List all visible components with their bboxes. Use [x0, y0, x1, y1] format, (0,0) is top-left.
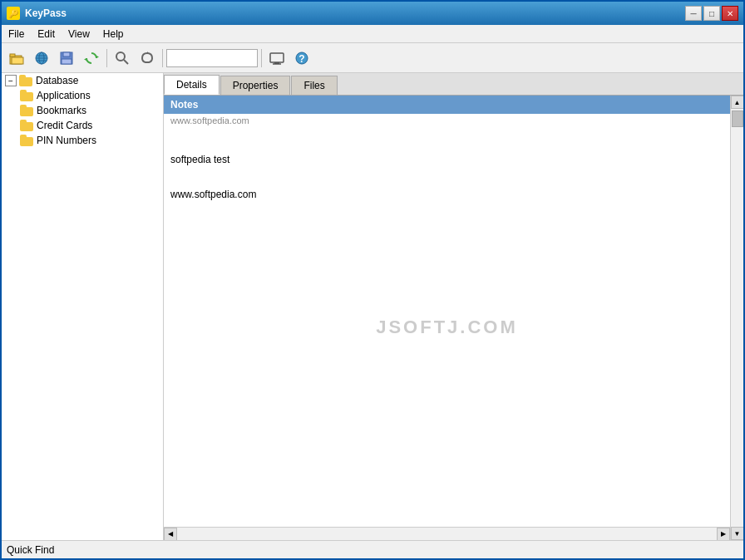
window-title: KeyPass — [25, 7, 67, 19]
credit-cards-label: Credit Cards — [37, 120, 92, 131]
svg-rect-15 — [270, 53, 284, 62]
search-input[interactable] — [166, 49, 258, 67]
app-icon: 🔑 — [7, 7, 20, 20]
open-button[interactable] — [5, 47, 28, 70]
svg-point-13 — [116, 52, 125, 61]
open-icon — [8, 50, 25, 66]
tab-bar: Details Properties Files — [164, 73, 743, 96]
main-content: − Database Applications Bookmarks Credit… — [2, 73, 743, 540]
applications-label: Applications — [37, 90, 91, 101]
minimize-button[interactable]: ─ — [685, 6, 702, 21]
refresh-icon — [139, 50, 155, 66]
menu-view[interactable]: View — [62, 25, 96, 42]
sync-icon — [83, 50, 100, 66]
title-bar-buttons: ─ □ ✕ — [685, 6, 738, 21]
screen-button[interactable] — [265, 47, 289, 70]
tab-files[interactable]: Files — [291, 76, 337, 95]
question-icon: ? — [294, 50, 310, 66]
title-bar-left: 🔑 KeyPass — [7, 7, 67, 20]
notes-line-2: www.softpedia.com — [170, 189, 723, 200]
search-button[interactable] — [111, 47, 134, 70]
search-icon — [114, 50, 131, 66]
menu-file[interactable]: File — [2, 25, 31, 42]
status-bar: Quick Find — [2, 540, 743, 558]
close-button[interactable]: ✕ — [722, 6, 738, 21]
watermark-text: JSOFTJ.COM — [376, 317, 518, 338]
svg-rect-1 — [10, 54, 15, 56]
maximize-button[interactable]: □ — [703, 6, 720, 21]
toolbar-separator-3 — [261, 49, 262, 67]
scroll-left-button[interactable]: ◀ — [164, 528, 177, 541]
pin-numbers-label: PIN Numbers — [37, 135, 96, 146]
svg-rect-9 — [63, 52, 70, 56]
menu-help[interactable]: Help — [96, 25, 131, 42]
sync-button[interactable] — [80, 47, 103, 70]
scroll-right-button[interactable]: ▶ — [717, 528, 730, 541]
save-button[interactable] — [55, 47, 78, 70]
bookmarks-label: Bookmarks — [37, 105, 86, 116]
web-button[interactable] — [30, 47, 53, 70]
svg-rect-2 — [12, 57, 23, 64]
menu-edit[interactable]: Edit — [31, 25, 62, 42]
svg-line-14 — [124, 60, 128, 64]
horizontal-scrollbar[interactable]: ◀ ▶ — [164, 527, 730, 540]
save-icon — [58, 50, 75, 66]
tree-item-applications[interactable]: Applications — [17, 88, 163, 103]
notes-header: Notes — [164, 96, 730, 114]
scroll-thumb[interactable] — [732, 111, 743, 127]
globe-icon — [33, 50, 50, 66]
tab-details[interactable]: Details — [164, 75, 220, 95]
vertical-scrollbar[interactable]: ▲ ▼ — [730, 96, 743, 540]
scroll-track-h[interactable] — [177, 528, 717, 540]
tree-item-pin-numbers[interactable]: PIN Numbers — [17, 133, 163, 148]
content-pane: Notes www.softpedia.com softpedia test w… — [164, 96, 730, 540]
tab-properties[interactable]: Properties — [220, 76, 291, 95]
menu-bar: File Edit View Help — [2, 25, 743, 43]
svg-rect-10 — [62, 59, 72, 64]
right-panel: Details Properties Files Notes www.softp… — [164, 73, 743, 540]
toolbar-separator-2 — [162, 49, 163, 67]
credit-cards-folder-icon — [20, 120, 33, 131]
question-button[interactable]: ? — [290, 47, 313, 70]
toolbar-separator-1 — [106, 49, 107, 67]
title-bar: 🔑 KeyPass ─ □ ✕ — [2, 2, 743, 25]
notes-area[interactable]: softpedia test www.softpedia.com JSOFTJ.… — [164, 127, 730, 527]
bookmarks-folder-icon — [20, 105, 33, 116]
svg-text:?: ? — [298, 53, 304, 65]
notes-line-1: softpedia test — [170, 154, 723, 165]
screen-icon — [269, 50, 285, 66]
scroll-up-button[interactable]: ▲ — [731, 96, 744, 109]
tree-item-credit-cards[interactable]: Credit Cards — [17, 118, 163, 133]
database-label: Database — [36, 75, 78, 86]
tree-item-bookmarks[interactable]: Bookmarks — [17, 103, 163, 118]
tree-panel: − Database Applications Bookmarks Credit… — [2, 73, 164, 540]
tree-toggle[interactable]: − — [5, 75, 17, 86]
pin-numbers-folder-icon — [20, 135, 33, 146]
url-row: www.softpedia.com — [164, 114, 730, 127]
toolbar: ? — [2, 43, 743, 73]
database-folder-icon — [19, 75, 32, 86]
help-button[interactable] — [136, 47, 159, 70]
status-text: Quick Find — [7, 544, 54, 556]
applications-folder-icon — [20, 90, 33, 101]
tree-root[interactable]: − Database — [2, 73, 163, 88]
main-window: 🔑 KeyPass ─ □ ✕ File Edit View Help — [0, 0, 745, 560]
svg-marker-11 — [96, 56, 99, 58]
tree-children: Applications Bookmarks Credit Cards PIN … — [2, 88, 163, 148]
scroll-down-button[interactable]: ▼ — [731, 527, 744, 540]
svg-marker-12 — [84, 58, 86, 61]
